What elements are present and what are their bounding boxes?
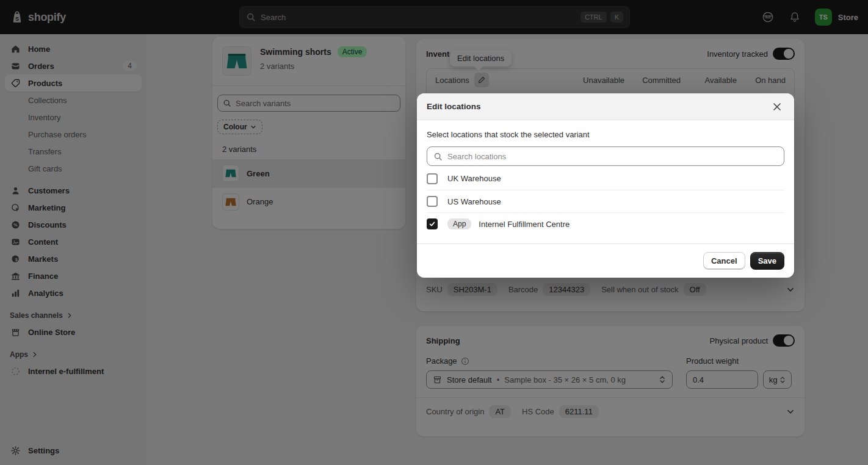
location-search-input[interactable] xyxy=(447,152,778,161)
app-badge: App xyxy=(447,218,471,229)
location-row-uk-warehouse[interactable]: UK Warehouse xyxy=(427,167,784,190)
edit-locations-modal: Edit locations Select locations that sto… xyxy=(417,93,794,278)
location-row-us-warehouse[interactable]: US Warehouse xyxy=(427,190,784,212)
checkbox-internel-fulfillment[interactable] xyxy=(427,218,438,229)
cancel-button[interactable]: Cancel xyxy=(703,252,745,270)
search-icon xyxy=(433,152,443,161)
modal-close-button[interactable] xyxy=(770,99,784,114)
modal-title: Edit locations xyxy=(427,102,481,111)
checkbox-us-warehouse[interactable] xyxy=(427,196,438,207)
location-search-field[interactable] xyxy=(427,146,784,166)
modal-description: Select locations that stock the selected… xyxy=(427,130,784,139)
checkbox-uk-warehouse[interactable] xyxy=(427,173,438,184)
check-icon xyxy=(429,220,436,228)
save-button[interactable]: Save xyxy=(750,252,784,270)
location-row-internel-fulfillment[interactable]: App Internel Fulfillment Centre xyxy=(427,212,784,235)
close-icon xyxy=(773,103,781,111)
